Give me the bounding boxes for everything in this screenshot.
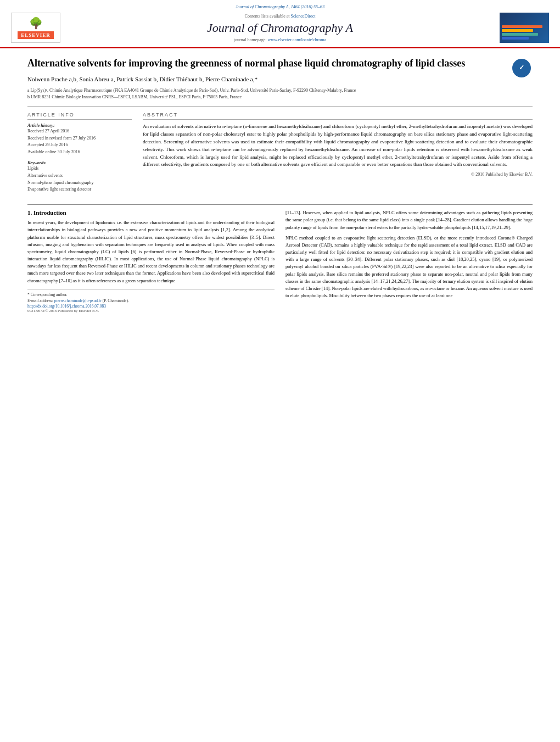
body-right-column: [11–13]. However, when applied to lipid … bbox=[285, 209, 533, 313]
abstract-header: ABSTRACT bbox=[143, 112, 533, 120]
section-title-text: Introduction bbox=[33, 209, 66, 216]
keyword-2: Alternative solvents bbox=[27, 172, 132, 180]
copyright-line: © 2016 Published by Elsevier B.V. bbox=[143, 172, 533, 177]
received-date: Received 27 April 2016 bbox=[27, 128, 132, 135]
abstract-column: ABSTRACT An evaluation of solvents alter… bbox=[143, 112, 533, 198]
footnote-corresponding: * Corresponding author. bbox=[27, 292, 275, 298]
page: Journal of Chromatography A, 1464 (2016)… bbox=[0, 0, 560, 742]
keywords-section: Keywords: Lipids Alternative solvents No… bbox=[27, 160, 132, 193]
crossmark-badge[interactable]: ✓ bbox=[511, 57, 533, 79]
affiliation-a: a Lip(Sys)², Chimie Analytique Pharmaceu… bbox=[27, 87, 533, 94]
affiliation-b: b UMR 8231 Chimie Biologie Innovation CN… bbox=[27, 94, 533, 101]
section-1-left-para: In recent years, the development of lipi… bbox=[27, 219, 275, 284]
keyword-1: Lipids bbox=[27, 165, 132, 172]
thumb-bar-1 bbox=[502, 25, 542, 28]
body-section: 1. Introduction In recent years, the dev… bbox=[27, 209, 533, 313]
info-abstract-section: ARTICLE INFO Article history: Received 2… bbox=[27, 112, 533, 198]
homepage-label: journal homepage: bbox=[234, 37, 267, 42]
history-label: Article history: bbox=[27, 123, 132, 128]
article-title-container: Alternative solvents for improving the g… bbox=[27, 57, 533, 70]
article-info-column: ARTICLE INFO Article history: Received 2… bbox=[27, 112, 132, 198]
authors-text: Nolwenn Prache a,b, Sonia Abreu a, Patri… bbox=[27, 76, 257, 82]
section-1-right-para1: [11–13]. However, when applied to lipid … bbox=[285, 209, 533, 231]
thumbnail-graphic bbox=[502, 25, 547, 41]
thumb-bar-2 bbox=[502, 29, 533, 32]
email-address[interactable]: pierre.chaminade@u-psud.fr bbox=[54, 298, 102, 303]
journal-reference: Journal of Chromatography A, 1464 (2016)… bbox=[11, 4, 549, 9]
divider-1 bbox=[27, 106, 533, 107]
elsevier-logo: 🌳 ELSEVIER bbox=[11, 13, 60, 43]
available-date: Available online 30 July 2016 bbox=[27, 149, 132, 156]
logo-tree-icon: 🌳 bbox=[29, 16, 43, 30]
affiliations: a Lip(Sys)², Chimie Analytique Pharmaceu… bbox=[27, 87, 533, 101]
accepted-date: Accepted 29 July 2016 bbox=[27, 142, 132, 149]
footnote-email: E-mail address: pierre.chaminade@u-psud.… bbox=[27, 298, 275, 304]
keywords-label: Keywords: bbox=[27, 160, 132, 165]
elsevier-label: ELSEVIER bbox=[18, 31, 54, 39]
article-title: Alternative solvents for improving the g… bbox=[27, 58, 465, 69]
homepage-url[interactable]: www.elsevier.com/locate/chroma bbox=[268, 37, 327, 42]
body-divider bbox=[27, 204, 533, 205]
authors-line: Nolwenn Prache a,b, Sonia Abreu a, Patri… bbox=[27, 75, 533, 83]
journal-header: Journal of Chromatography A, 1464 (2016)… bbox=[0, 0, 560, 48]
journal-thumbnail bbox=[500, 13, 549, 43]
contents-line: Contents lists available at ScienceDirec… bbox=[60, 14, 500, 19]
section-1-title: 1. Introduction bbox=[27, 209, 275, 216]
homepage-line: journal homepage: www.elsevier.com/locat… bbox=[60, 37, 500, 42]
contents-text: Contents lists available at bbox=[245, 14, 290, 19]
keyword-4: Evaporative light scattering detector bbox=[27, 186, 132, 193]
received-revised-date: Received in revised form 27 July 2016 bbox=[27, 135, 132, 142]
thumb-bar-3 bbox=[502, 33, 538, 36]
article-history: Article history: Received 27 April 2016 … bbox=[27, 123, 132, 156]
email-label: E-mail address: bbox=[27, 298, 53, 303]
thumb-bar-4 bbox=[502, 37, 529, 40]
crossmark-icon: ✓ bbox=[512, 59, 531, 77]
article-content: Alternative solvents for improving the g… bbox=[0, 48, 560, 319]
keyword-3: Normal-phase liquid chromatography bbox=[27, 180, 132, 187]
article-info-header: ARTICLE INFO bbox=[27, 112, 132, 120]
doi-link[interactable]: http://dx.doi.org/10.1016/j.chroma.2016.… bbox=[27, 304, 275, 309]
section-number: 1. bbox=[27, 209, 32, 216]
sciencedirect-link[interactable]: ScienceDirect bbox=[291, 14, 316, 19]
footnote-area: * Corresponding author. E-mail address: … bbox=[27, 289, 275, 314]
journal-main-title: Journal of Chromatography A bbox=[60, 21, 500, 35]
email-person: (P. Chaminade). bbox=[103, 298, 129, 303]
issn-text: 0021-9673/© 2016 Published by Elsevier B… bbox=[27, 309, 275, 313]
section-1-right-para2: NPLC method coupled to an evaporative li… bbox=[285, 235, 533, 300]
journal-title-area: Contents lists available at ScienceDirec… bbox=[60, 14, 500, 42]
body-left-column: 1. Introduction In recent years, the dev… bbox=[27, 209, 275, 313]
abstract-text: An evaluation of solvents alternative to… bbox=[143, 123, 533, 169]
